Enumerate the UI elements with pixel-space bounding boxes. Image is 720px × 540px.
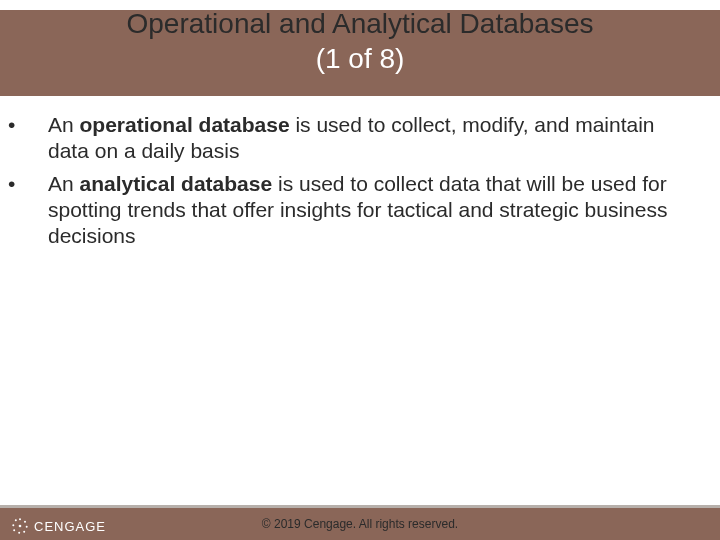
bullet-item: •An operational database is used to coll… (28, 112, 692, 165)
bullet-item: •An analytical database is used to colle… (28, 171, 692, 250)
svg-point-3 (23, 531, 25, 533)
bullet-bold: operational database (80, 113, 290, 136)
slide-title: Operational and Analytical Databases (1 … (0, 6, 720, 76)
title-line-1: Operational and Analytical Databases (127, 8, 594, 39)
bullet-prefix: An (48, 172, 80, 195)
svg-point-6 (12, 524, 14, 526)
bullet-marker: • (28, 112, 48, 138)
copyright-text: © 2019 Cengage. All rights reserved. (262, 517, 458, 531)
bullet-prefix: An (48, 113, 80, 136)
footer-bar: CENGAGE © 2019 Cengage. All rights reser… (0, 508, 720, 540)
svg-point-7 (15, 519, 17, 521)
bullet-marker: • (28, 171, 48, 197)
title-line-2: (1 of 8) (0, 41, 720, 76)
cengage-icon (10, 516, 30, 536)
bullet-bold: analytical database (80, 172, 273, 195)
body-content: •An operational database is used to coll… (28, 112, 692, 255)
svg-point-2 (26, 526, 28, 528)
svg-point-1 (24, 521, 26, 523)
brand-text: CENGAGE (34, 519, 106, 534)
slide: Operational and Analytical Databases (1 … (0, 0, 720, 540)
svg-point-0 (19, 518, 21, 520)
svg-point-4 (18, 532, 20, 534)
svg-point-5 (13, 529, 15, 531)
brand-logo: CENGAGE (10, 516, 106, 536)
svg-point-8 (19, 525, 22, 528)
